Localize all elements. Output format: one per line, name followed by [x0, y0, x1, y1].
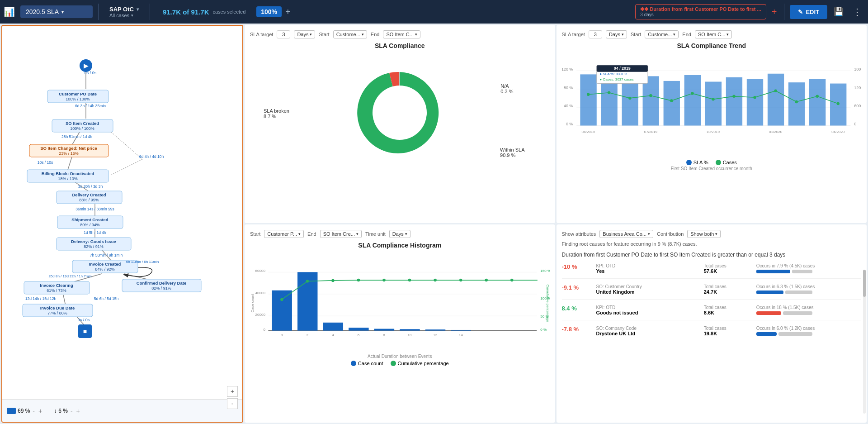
edit-button[interactable]: ✎ EDIT [790, 5, 827, 19]
root-total-val-1: 57.6K [704, 268, 754, 274]
svg-text:100% / 100%: 100% / 100% [70, 126, 94, 131]
trend-legend: SLA % Cases [562, 160, 862, 165]
hist-legend-count: Case count [351, 361, 383, 366]
trend-end-caret: ▾ [726, 32, 729, 37]
nav-decrease-button[interactable]: - [70, 407, 74, 414]
trend-start-caret: ▾ [673, 32, 675, 37]
contribution-dropdown[interactable]: Show both ▾ [687, 230, 721, 238]
svg-text:100% / 100%: 100% / 100% [66, 97, 90, 101]
sla-legend-dot [686, 160, 692, 165]
root-bar-bg-4 [778, 332, 812, 336]
hist-end-caret: ▾ [356, 232, 359, 236]
nav-down-icon: ↓ [54, 408, 57, 414]
days-dropdown[interactable]: Days ▾ [294, 30, 315, 38]
process-caret: ▾ [137, 7, 139, 12]
histogram-controls: Start Customer P... ▾ End SO Item Cre...… [250, 230, 550, 238]
svg-rect-129 [349, 328, 368, 330]
app-title-dropdown[interactable]: 2020.5 SLA ▾ [20, 5, 93, 18]
svg-text:▶: ▶ [84, 62, 89, 69]
nav-percentage: 6 % [58, 408, 68, 414]
svg-text:0s / 0s: 0s / 0s [85, 71, 97, 75]
trend-start-dropdown[interactable]: Custome... ▾ [645, 30, 679, 38]
svg-text:10/2019: 10/2019 [706, 130, 720, 134]
svg-text:Invoice Clearing: Invoice Clearing [40, 283, 73, 288]
map-zoom-out-button[interactable]: - [227, 398, 238, 409]
svg-text:Delivery: Goods Issue: Delivery: Goods Issue [71, 239, 116, 244]
svg-text:01/2020: 01/2020 [769, 130, 783, 134]
broken-label: SLA broken 8.7 % [264, 108, 289, 119]
svg-rect-87 [767, 74, 783, 126]
svg-text:7h 58min / 9h 1min: 7h 58min / 9h 1min [90, 253, 123, 257]
trend-target-input[interactable] [589, 30, 602, 38]
zoom-rect-icon [7, 408, 16, 414]
root-value-3: Goods not issued [596, 310, 701, 315]
svg-line-3 [68, 156, 72, 170]
trend-days-dropdown[interactable]: Days ▾ [606, 30, 627, 38]
zoom-percentage: 69 % [18, 408, 30, 414]
root-total-val-3: 8.6K [704, 310, 754, 315]
hist-time-dropdown[interactable]: Days ▾ [389, 230, 410, 238]
svg-text:6: 6 [358, 333, 360, 337]
count-legend-label: Case count [358, 361, 383, 366]
count-legend-dot [351, 361, 356, 366]
svg-text:88% / 95%: 88% / 95% [79, 198, 99, 202]
process-title-row[interactable]: SAP OtC ▾ [109, 6, 139, 13]
root-bar-bg-1 [792, 270, 812, 273]
app-title-label: 2020.5 SLA [26, 8, 59, 15]
attr-dropdown[interactable]: Business Area Co... ▾ [599, 230, 653, 238]
svg-point-103 [836, 102, 839, 105]
filter-row[interactable]: All cases ▾ [109, 13, 139, 18]
svg-point-102 [816, 95, 818, 98]
kpi-pill[interactable]: ✱✱ Duration from first Customer PO Date … [635, 4, 766, 19]
cases-count: 91.7K of 91.7K [163, 8, 209, 16]
root-occurs-4: Occurs in 6.0 % (1.2K) cases [756, 326, 861, 331]
add-kpi-button[interactable]: + [770, 7, 779, 17]
hist-start-dropdown[interactable]: Customer P... ▾ [264, 230, 304, 238]
end-dropdown[interactable]: SO Item C... ▾ [383, 30, 420, 38]
svg-rect-133 [451, 330, 471, 331]
pct-badge: 100% [256, 6, 282, 17]
kpi-subtitle: 3 days [640, 12, 761, 17]
process-map[interactable]: ▶ 0s / 0s Customer PO Date 100% / 100% 6… [2, 26, 242, 399]
menu-button[interactable]: ⋮ [850, 6, 864, 17]
root-item-1: -10 % KPI: OTD Yes Total cases 57.6K Occ… [562, 263, 862, 279]
svg-point-143 [510, 279, 513, 281]
cases-legend-dot [716, 160, 721, 165]
svg-point-137 [357, 279, 360, 281]
trend-end-dropdown[interactable]: SO Item C... ▾ [695, 30, 732, 38]
root-pct-1: -10 % [562, 263, 594, 270]
svg-point-93 [628, 97, 631, 100]
process-map-controls: 69 % - + ↓ 6 % - + + - [2, 399, 242, 422]
trend-end-value: SO Item C... [698, 32, 726, 37]
svg-point-96 [691, 92, 693, 95]
save-button[interactable]: 💾 [831, 7, 846, 17]
svg-rect-131 [400, 329, 420, 330]
svg-text:60000: 60000 [255, 269, 266, 273]
map-zoom-in-button[interactable]: + [227, 386, 238, 397]
svg-text:0: 0 [281, 333, 283, 337]
hist-start-caret: ▾ [298, 232, 301, 236]
root-total-label-3: Total cases [704, 305, 754, 310]
trend-end-label: End [682, 32, 691, 37]
add-filter-button[interactable]: + [285, 7, 291, 17]
svg-rect-89 [809, 79, 825, 125]
nav-increase-button[interactable]: + [75, 407, 81, 414]
zoom-increase-button[interactable]: + [38, 407, 43, 414]
svg-text:12d 14h / 15d 12h: 12d 14h / 15d 12h [25, 296, 57, 301]
hist-end-dropdown[interactable]: SO Item Cre... ▾ [320, 230, 362, 238]
root-item-2: -9.1 % SO: Customer Country United Kingd… [562, 284, 862, 300]
root-bar-bg-3 [783, 311, 812, 315]
start-dropdown[interactable]: Custome... ▾ [333, 30, 367, 38]
root-causes-controls: Show attributes Business Area Co... ▾ Co… [562, 230, 862, 238]
sla-target-label: SLA target [250, 32, 273, 37]
sla-target-input[interactable] [277, 30, 290, 38]
hist-end-label: End [307, 231, 316, 237]
svg-text:0: 0 [263, 328, 265, 332]
hist-end-value: SO Item Cre... [323, 231, 355, 237]
root-value-1: Yes [596, 268, 701, 274]
zoom-decrease-button[interactable]: - [32, 407, 36, 414]
svg-rect-80 [622, 80, 638, 125]
scrollbar-thumb[interactable] [863, 270, 866, 297]
svg-text:1d 5h / 1d 4h: 1d 5h / 1d 4h [84, 230, 106, 235]
scrollbar-track[interactable] [863, 270, 866, 414]
